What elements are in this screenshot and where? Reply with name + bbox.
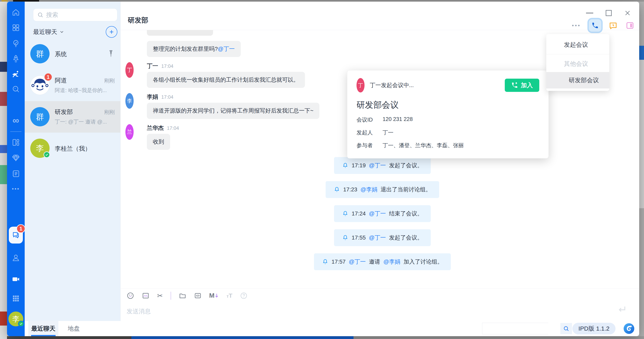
bell-icon <box>342 234 348 241</box>
chat-item-system[interactable]: 群 系统 <box>25 38 120 70</box>
chat-item-me[interactable]: 李 李桂兰（我） <box>25 132 120 164</box>
rocket-icon[interactable] <box>12 54 20 63</box>
history-bubble-icon[interactable] <box>608 20 618 30</box>
header-actions: ••• <box>572 19 635 32</box>
tab-label: 地盘 <box>68 324 80 333</box>
bell-icon <box>334 186 340 193</box>
chat-unread-badge: 1 <box>16 224 25 233</box>
home-icon[interactable] <box>12 8 20 17</box>
notice-time: 17:55 <box>352 234 366 241</box>
chat-item-adao[interactable]: 1 阿道 刚刚 阿道: 哈喽~我是你的... <box>25 70 120 101</box>
desktop-top-strip <box>0 0 644 2</box>
chat-item-time: 刚刚 <box>104 109 115 116</box>
system-notice: 17:19 @丁一 发起了会议。 <box>334 157 431 174</box>
sender-name[interactable]: 兰华杰 <box>147 124 164 132</box>
pin-icon <box>108 49 114 57</box>
enter-key-icon <box>616 304 627 315</box>
join-label: 加入 <box>521 81 533 90</box>
mention-link[interactable]: @李娟 <box>360 186 377 193</box>
my-avatar[interactable]: 李 <box>8 312 23 326</box>
chevron-down-icon[interactable] <box>59 29 64 34</box>
chat-item-preview: 丁一: @丁一 邀请 @... <box>55 118 111 125</box>
infinity-icon[interactable]: ∞ <box>7 116 25 124</box>
menu-section-other-meetings: 其他会议 <box>546 56 609 72</box>
text-format-icon[interactable]: тT <box>226 292 232 299</box>
code-icon[interactable] <box>194 292 202 300</box>
menu-item-create-meeting[interactable]: 发起会议 <box>546 36 609 53</box>
runner-icon[interactable] <box>12 70 20 79</box>
screenshot-scissors-icon[interactable]: ✂ <box>157 292 163 300</box>
image-icon[interactable] <box>142 292 150 300</box>
menu-item-rnd-meeting[interactable]: 研发部会议 <box>546 72 609 88</box>
online-check-icon <box>18 321 24 327</box>
rail-more-icon[interactable]: ••• <box>7 186 25 192</box>
folder-icon[interactable] <box>179 292 186 300</box>
chat-item-name: 系统 <box>55 50 67 58</box>
markdown-icon[interactable]: M <box>209 292 219 299</box>
desktop-bottom-strip <box>0 336 644 339</box>
gem-icon[interactable] <box>12 153 20 162</box>
sidebar-panel-icon[interactable] <box>625 20 635 30</box>
sender-name[interactable]: 丁一 <box>147 62 158 70</box>
chat-search-box[interactable] <box>33 8 117 21</box>
contacts-icon[interactable] <box>12 253 20 262</box>
meeting-title: 研发部会议 <box>356 99 539 110</box>
help-icon[interactable] <box>240 292 248 300</box>
mention-link[interactable]: @丁一 <box>349 258 366 266</box>
mention-link[interactable]: @李娟 <box>384 258 400 266</box>
message-bubble: 整理完的计划发在群里吗?@丁一 <box>147 41 241 57</box>
chat-filter-row: 最近聊天 <box>33 26 117 38</box>
video-camera-icon[interactable] <box>12 275 20 284</box>
kanban-icon[interactable] <box>12 138 20 147</box>
mention-link[interactable]: @丁一 <box>369 234 386 242</box>
mention-link[interactable]: @丁一 <box>218 46 235 52</box>
zentao-logo[interactable] <box>623 323 635 334</box>
chat-filter-label[interactable]: 最近聊天 <box>33 28 57 36</box>
global-search-button[interactable] <box>560 323 572 334</box>
maximize-button[interactable] <box>606 10 612 16</box>
search-nav-icon[interactable] <box>12 85 20 94</box>
user-avatar[interactable]: 丁 <box>126 62 134 78</box>
user-avatar[interactable]: 李 <box>126 93 134 109</box>
message-bubble: 各组小组长统一收集好组员的工作计划后发我汇总就可以。 <box>147 72 305 88</box>
notebook-icon[interactable] <box>12 169 20 178</box>
tab-zone[interactable]: 地盘 <box>65 321 83 336</box>
meeting-phone-button[interactable] <box>589 19 601 32</box>
message-time: 17:04 <box>167 125 179 131</box>
emoji-icon[interactable] <box>126 292 134 300</box>
meeting-host-label: 发起人 <box>356 129 382 136</box>
app-launcher-icon[interactable] <box>12 294 20 303</box>
system-notice: 17:24 @丁一 结束了会议。 <box>334 205 431 222</box>
idea-bulb-icon[interactable] <box>12 39 20 48</box>
header-more-icon[interactable]: ••• <box>572 22 581 29</box>
add-chat-button[interactable] <box>106 26 117 38</box>
mention-link[interactable]: @丁一 <box>369 210 386 218</box>
chat-title: 研发部 <box>128 16 148 25</box>
toolbar-divider <box>170 292 171 300</box>
join-meeting-button[interactable]: 加入 <box>505 79 539 92</box>
nav-rail: ∞ ••• 1 李 <box>7 2 25 336</box>
rail-divider <box>10 132 22 132</box>
minimize-button[interactable] <box>586 13 593 14</box>
rail-chat-item[interactable]: 1 <box>9 227 23 244</box>
tab-recent-chats[interactable]: 最近聊天 <box>28 321 58 336</box>
message-time: 17:04 <box>161 64 173 69</box>
notice-time: 17:57 <box>332 258 346 265</box>
global-search-box[interactable] <box>482 323 548 334</box>
close-button[interactable] <box>624 10 631 16</box>
composer-toolbar: ✂ M тT <box>120 288 639 303</box>
user-avatar[interactable]: 兰 <box>126 124 134 140</box>
sender-name[interactable]: 李娟 <box>147 93 158 101</box>
app-window: ∞ ••• 1 李 最近聊天 <box>7 2 639 336</box>
chat-item-rnd-dept[interactable]: 群 研发部 刚刚 丁一: @丁一 邀请 @... <box>25 101 120 132</box>
meeting-status-text: 丁一发起会议中... <box>370 82 414 89</box>
apps-grid-icon[interactable] <box>12 23 20 32</box>
global-search-input[interactable] <box>482 323 560 334</box>
chat-search-input[interactable] <box>46 12 112 18</box>
notice-text: 发起了会议。 <box>389 234 423 242</box>
bell-icon <box>322 258 328 265</box>
mention-link[interactable]: @丁一 <box>369 162 386 169</box>
tab-label: 最近聊天 <box>31 324 55 333</box>
message-input[interactable]: 发送消息 <box>126 307 151 316</box>
chat-item-name: 李桂兰（我） <box>55 145 91 153</box>
